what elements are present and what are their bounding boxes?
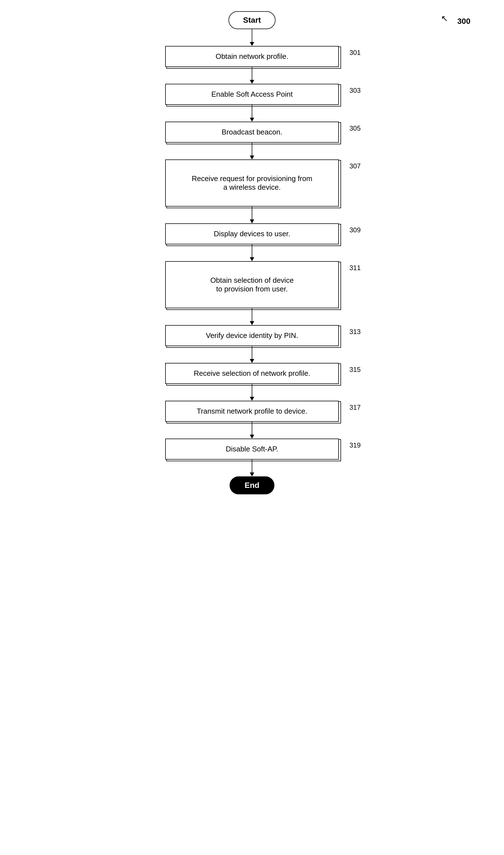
step-319-box: Disable Soft-AP. 319 — [165, 439, 339, 459]
arrow-line — [252, 459, 253, 472]
step-311-box: Obtain selection of device to provision … — [165, 261, 339, 308]
arrow-3 — [250, 143, 254, 159]
arrow-line — [252, 105, 253, 118]
arrow-line — [252, 207, 253, 220]
step-313-wrapper: Verify device identity by PIN. 313 — [165, 325, 339, 346]
arrow-head — [250, 220, 254, 223]
step-313-num: 313 — [349, 328, 361, 336]
arrow-9 — [250, 422, 254, 439]
arrow-head — [250, 42, 254, 46]
arrow-line — [252, 29, 253, 42]
step-313-label: Verify device identity by PIN. — [206, 331, 298, 339]
arrow-head — [250, 156, 254, 159]
arrow-10 — [250, 459, 254, 476]
step-317-box: Transmit network profile to device. 317 — [165, 401, 339, 422]
diagram-container: 300 ↖ Start Obtain network profile. 301 — [0, 0, 504, 855]
step-317-num: 317 — [349, 403, 361, 412]
step-303-wrapper: Enable Soft Access Point 303 — [165, 84, 339, 105]
step-307-label: Receive request for provisioning from a … — [192, 174, 312, 191]
step-309-num: 309 — [349, 226, 361, 234]
arrow-head — [250, 359, 254, 363]
diagram-number-arrow: ↖ — [441, 14, 448, 23]
diagram-number: 300 — [457, 17, 470, 26]
arrow-7 — [250, 346, 254, 363]
step-309-wrapper: Display devices to user. 309 — [165, 223, 339, 244]
step-309-box: Display devices to user. 309 — [165, 223, 339, 244]
step-307-wrapper: Receive request for provisioning from a … — [165, 159, 339, 207]
arrow-line — [252, 143, 253, 156]
arrow-line — [252, 308, 253, 321]
arrow-head — [250, 472, 254, 476]
arrow-4 — [250, 207, 254, 223]
step-305-wrapper: Broadcast beacon. 305 — [165, 122, 339, 143]
arrow-1 — [250, 67, 254, 84]
step-311-num: 311 — [349, 264, 361, 272]
step-311-label: Obtain selection of device to provision … — [210, 276, 294, 293]
step-301-num: 301 — [349, 49, 361, 57]
arrow-line — [252, 67, 253, 80]
arrow-line — [252, 244, 253, 257]
step-317-label: Transmit network profile to device. — [197, 407, 307, 415]
step-305-box: Broadcast beacon. 305 — [165, 122, 339, 143]
end-label: End — [245, 481, 259, 490]
flow-wrapper: Start Obtain network profile. 301 Enable… — [154, 11, 350, 494]
arrow-head — [250, 257, 254, 261]
arrow-line — [252, 384, 253, 397]
step-301-box: Obtain network profile. 301 — [165, 46, 339, 67]
arrow-head — [250, 435, 254, 439]
arrow-0 — [250, 29, 254, 46]
step-305-label: Broadcast beacon. — [222, 128, 283, 136]
step-303-num: 303 — [349, 87, 361, 94]
arrow-line — [252, 346, 253, 359]
end-terminal: End — [230, 476, 274, 494]
arrow-head — [250, 118, 254, 122]
step-315-num: 315 — [349, 366, 361, 373]
step-307-num: 307 — [349, 162, 361, 170]
step-303-label: Enable Soft Access Point — [211, 90, 293, 98]
arrow-head — [250, 80, 254, 84]
step-319-num: 319 — [349, 441, 361, 449]
step-315-box: Receive selection of network profile. 31… — [165, 363, 339, 384]
arrow-line — [252, 422, 253, 435]
step-301-wrapper: Obtain network profile. 301 — [165, 46, 339, 67]
step-311-wrapper: Obtain selection of device to provision … — [165, 261, 339, 308]
step-319-wrapper: Disable Soft-AP. 319 — [165, 439, 339, 459]
arrow-head — [250, 321, 254, 325]
start-terminal: Start — [229, 11, 275, 29]
arrow-5 — [250, 244, 254, 261]
start-label: Start — [243, 16, 261, 24]
step-305-num: 305 — [349, 124, 361, 132]
step-309-label: Display devices to user. — [214, 229, 290, 238]
arrow-2 — [250, 105, 254, 122]
arrow-head — [250, 397, 254, 401]
step-313-box: Verify device identity by PIN. 313 — [165, 325, 339, 346]
step-307-box: Receive request for provisioning from a … — [165, 159, 339, 207]
step-319-label: Disable Soft-AP. — [226, 445, 278, 453]
step-317-wrapper: Transmit network profile to device. 317 — [165, 401, 339, 422]
arrow-8 — [250, 384, 254, 401]
step-303-box: Enable Soft Access Point 303 — [165, 84, 339, 105]
step-301-label: Obtain network profile. — [216, 52, 288, 60]
arrow-6 — [250, 308, 254, 325]
step-315-wrapper: Receive selection of network profile. 31… — [165, 363, 339, 384]
step-315-label: Receive selection of network profile. — [194, 369, 310, 378]
